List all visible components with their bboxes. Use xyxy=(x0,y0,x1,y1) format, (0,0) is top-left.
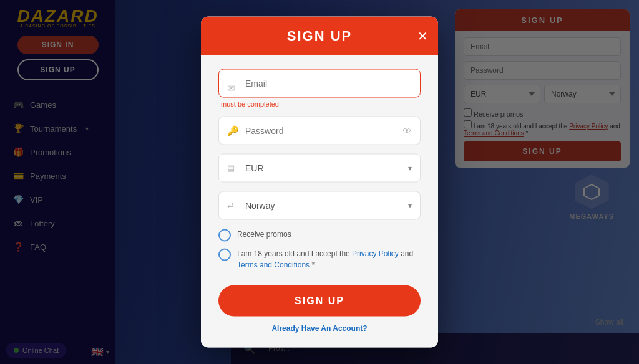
email-error-text: must be completed xyxy=(218,100,421,108)
already-account-text: Already Have An Account? xyxy=(218,324,421,333)
currency-icon: ▤ xyxy=(227,163,235,173)
password-input[interactable] xyxy=(218,117,421,145)
terms-checkbox[interactable] xyxy=(218,249,231,261)
receive-promos-checkbox[interactable] xyxy=(218,229,231,242)
terms-group: I am 18 years old and I accept the Priva… xyxy=(218,248,421,271)
modal-signup-button[interactable]: SIGN UP xyxy=(218,285,421,317)
already-account-link[interactable]: Already Have An Account? xyxy=(271,324,367,333)
terms-conditions-link[interactable]: Terms and Conditions xyxy=(237,261,310,269)
country-icon: ⇄ xyxy=(227,201,234,210)
password-icon: 🔑 xyxy=(227,125,239,136)
currency-select[interactable]: EUR USD GBP NOK xyxy=(218,154,421,183)
modal-title: SIGN UP xyxy=(287,28,352,44)
terms-label: I am 18 years old and I accept the Priva… xyxy=(237,248,421,271)
privacy-policy-link[interactable]: Privacy Policy xyxy=(352,249,399,258)
signup-modal: SIGN UP ✕ ✉ must be completed 🔑 👁 ▤ EUR … xyxy=(201,17,438,348)
email-input[interactable] xyxy=(218,69,421,98)
receive-promos-group: Receive promos xyxy=(218,229,421,242)
eye-icon[interactable]: 👁 xyxy=(402,125,412,136)
country-select[interactable]: Norway Sweden Denmark Finland xyxy=(218,191,421,220)
country-select-group: ⇄ Norway Sweden Denmark Finland ▾ xyxy=(218,191,421,220)
email-icon: ✉ xyxy=(227,83,235,94)
currency-select-group: ▤ EUR USD GBP NOK ▾ xyxy=(218,154,421,183)
modal-body: ✉ must be completed 🔑 👁 ▤ EUR USD GBP NO… xyxy=(201,55,438,348)
receive-promos-label: Receive promos xyxy=(237,229,291,240)
modal-header: SIGN UP ✕ xyxy=(201,17,438,55)
password-field-group: 🔑 👁 xyxy=(218,117,421,145)
email-field-group: ✉ must be completed xyxy=(218,69,421,108)
modal-close-button[interactable]: ✕ xyxy=(417,30,428,42)
